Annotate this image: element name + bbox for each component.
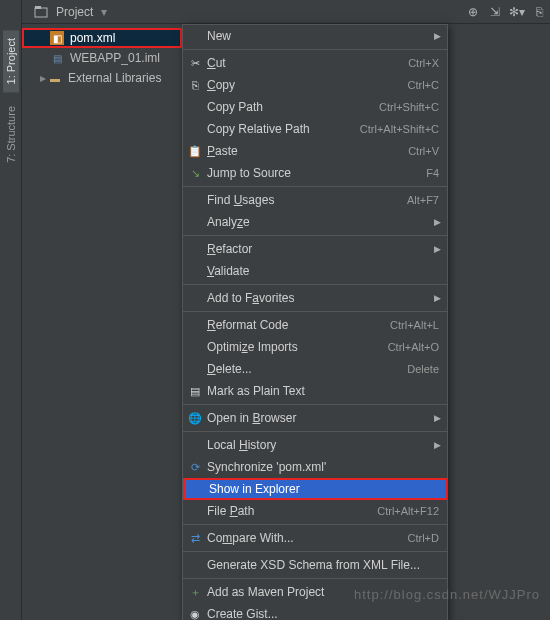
tree-item-label: pom.xml — [70, 31, 115, 45]
tree-item-label: External Libraries — [68, 71, 161, 85]
browser-icon: 🌐 — [187, 412, 203, 425]
menu-open-browser[interactable]: 🌐Open in Browser▶ — [183, 407, 447, 429]
sidebar-tab-project[interactable]: 1: Project — [3, 30, 19, 92]
module-file-icon: ▤ — [50, 51, 64, 65]
sync-icon: ⟳ — [187, 461, 203, 474]
menu-delete[interactable]: Delete...Delete — [183, 358, 447, 380]
github-icon: ◉ — [187, 608, 203, 621]
svg-rect-1 — [35, 6, 41, 9]
submenu-arrow-icon: ▶ — [434, 31, 441, 41]
menu-separator — [183, 49, 447, 50]
menu-new[interactable]: New▶ — [183, 25, 447, 47]
menu-refactor[interactable]: Refactor▶ — [183, 238, 447, 260]
compare-icon: ⇄ — [187, 532, 203, 545]
menu-validate[interactable]: Validate — [183, 260, 447, 282]
hide-icon[interactable]: ⎘ — [528, 1, 550, 23]
tool-window-sidebar: 1: Project 7: Structure — [0, 0, 22, 620]
copy-icon: ⎘ — [187, 79, 203, 91]
scroll-target-icon[interactable]: ⊕ — [462, 1, 484, 23]
tree-item-libraries[interactable]: ▸ ▬ External Libraries — [22, 68, 182, 88]
menu-compare[interactable]: ⇄Compare With...Ctrl+D — [183, 527, 447, 549]
menu-show-in-explorer[interactable]: Show in Explorer — [183, 478, 447, 500]
menu-copy[interactable]: ⎘CopyCtrl+C — [183, 74, 447, 96]
menu-separator — [183, 186, 447, 187]
project-toolbar: Project ▾ ⊕ ⇲ ✻▾ ⎘ — [0, 0, 550, 24]
menu-analyze[interactable]: Analyze▶ — [183, 211, 447, 233]
context-menu: New▶ ✂CutCtrl+X ⎘CopyCtrl+C Copy PathCtr… — [182, 24, 448, 620]
menu-separator — [183, 235, 447, 236]
project-icon — [30, 1, 52, 23]
menu-separator — [183, 551, 447, 552]
menu-copy-path[interactable]: Copy PathCtrl+Shift+C — [183, 96, 447, 118]
library-icon: ▬ — [48, 71, 62, 85]
menu-separator — [183, 578, 447, 579]
jump-icon: ↘ — [187, 167, 203, 180]
menu-mark-plain[interactable]: ▤Mark as Plain Text — [183, 380, 447, 402]
tree-item-label: WEBAPP_01.iml — [70, 51, 160, 65]
svg-rect-0 — [35, 8, 47, 17]
menu-separator — [183, 404, 447, 405]
menu-copy-relative-path[interactable]: Copy Relative PathCtrl+Alt+Shift+C — [183, 118, 447, 140]
submenu-arrow-icon: ▶ — [434, 293, 441, 303]
menu-create-gist[interactable]: ◉Create Gist... — [183, 603, 447, 620]
menu-separator — [183, 431, 447, 432]
menu-jump-to-source[interactable]: ↘Jump to SourceF4 — [183, 162, 447, 184]
project-label: Project — [56, 5, 93, 19]
paste-icon: 📋 — [187, 145, 203, 158]
tree-item-pom[interactable]: ◧ pom.xml — [22, 28, 182, 48]
menu-separator — [183, 311, 447, 312]
menu-cut[interactable]: ✂CutCtrl+X — [183, 52, 447, 74]
project-tree: ◧ pom.xml ▤ WEBAPP_01.iml ▸ ▬ External L… — [22, 24, 182, 88]
collapse-icon[interactable]: ⇲ — [484, 1, 506, 23]
tree-item-iml[interactable]: ▤ WEBAPP_01.iml — [22, 48, 182, 68]
sidebar-tab-structure[interactable]: 7: Structure — [3, 98, 19, 171]
submenu-arrow-icon: ▶ — [434, 217, 441, 227]
menu-optimize-imports[interactable]: Optimize ImportsCtrl+Alt+O — [183, 336, 447, 358]
add-icon: ＋ — [187, 585, 203, 600]
menu-find-usages[interactable]: Find UsagesAlt+F7 — [183, 189, 447, 211]
menu-local-history[interactable]: Local History▶ — [183, 434, 447, 456]
menu-reformat[interactable]: Reformat CodeCtrl+Alt+L — [183, 314, 447, 336]
cut-icon: ✂ — [187, 57, 203, 70]
submenu-arrow-icon: ▶ — [434, 440, 441, 450]
menu-add-maven[interactable]: ＋Add as Maven Project — [183, 581, 447, 603]
submenu-arrow-icon: ▶ — [434, 413, 441, 423]
submenu-arrow-icon: ▶ — [434, 244, 441, 254]
plain-text-icon: ▤ — [187, 385, 203, 398]
expand-icon[interactable]: ▸ — [40, 71, 46, 85]
menu-file-path[interactable]: File PathCtrl+Alt+F12 — [183, 500, 447, 522]
dropdown-icon[interactable]: ▾ — [101, 5, 107, 19]
menu-paste[interactable]: 📋PasteCtrl+V — [183, 140, 447, 162]
menu-separator — [183, 524, 447, 525]
menu-synchronize[interactable]: ⟳Synchronize 'pom.xml' — [183, 456, 447, 478]
menu-favorites[interactable]: Add to Favorites▶ — [183, 287, 447, 309]
menu-generate-xsd[interactable]: Generate XSD Schema from XML File... — [183, 554, 447, 576]
settings-gear-icon[interactable]: ✻▾ — [506, 1, 528, 23]
xml-file-icon: ◧ — [50, 31, 64, 45]
menu-separator — [183, 284, 447, 285]
